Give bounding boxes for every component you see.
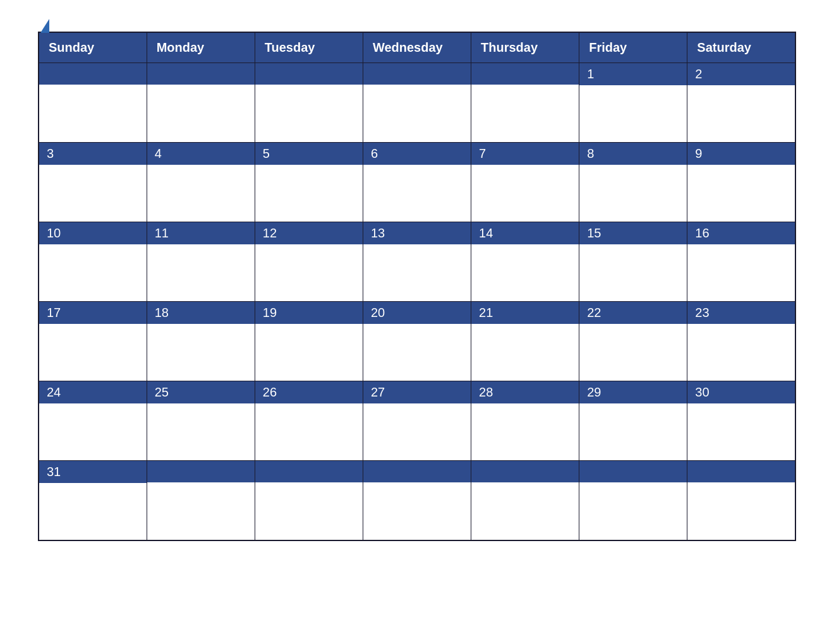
- empty-day-header: [471, 63, 579, 85]
- empty-day-header: [147, 461, 255, 482]
- day-number: 30: [687, 381, 795, 403]
- day-events-area: [579, 324, 687, 381]
- day-events-area: [39, 324, 147, 381]
- day-number: 7: [471, 143, 579, 165]
- calendar-week-row: 3456789: [39, 143, 795, 222]
- calendar-table: SundayMondayTuesdayWednesdayThursdayFrid…: [38, 32, 796, 541]
- day-events-area: [687, 85, 795, 142]
- day-number: 13: [363, 222, 471, 244]
- day-events-area: [363, 244, 471, 301]
- day-events-area: [579, 85, 687, 142]
- empty-day-header: [363, 63, 471, 85]
- empty-day-header: [363, 461, 471, 482]
- empty-day-content: [39, 85, 147, 141]
- day-number: 25: [147, 381, 255, 403]
- calendar-day-header: Friday: [579, 32, 687, 63]
- calendar-week-row: 31: [39, 461, 795, 541]
- empty-day-content: [255, 85, 363, 141]
- calendar-day-cell: 15: [579, 222, 687, 302]
- day-events-area: [471, 165, 579, 222]
- empty-day-header: [471, 461, 579, 482]
- day-number: 19: [255, 302, 363, 324]
- day-events-area: [363, 165, 471, 222]
- empty-day-content: [471, 482, 579, 539]
- day-events-area: [687, 324, 795, 381]
- calendar-day-cell: [147, 461, 255, 541]
- calendar-day-cell: 13: [363, 222, 471, 302]
- calendar-week-row: 24252627282930: [39, 381, 795, 461]
- calendar-day-header: Tuesday: [255, 32, 363, 63]
- calendar-day-cell: 6: [363, 143, 471, 222]
- calendar-day-header: Monday: [147, 32, 255, 63]
- day-number: 27: [363, 381, 471, 403]
- day-events-area: [39, 403, 147, 460]
- calendar-day-cell: 18: [147, 302, 255, 381]
- logo: [38, 19, 49, 33]
- day-number: 2: [687, 63, 795, 85]
- empty-day-content: [363, 85, 471, 141]
- day-events-area: [147, 324, 255, 381]
- empty-day-content: [471, 85, 579, 141]
- day-number: 11: [147, 222, 255, 244]
- calendar-day-cell: 22: [579, 302, 687, 381]
- empty-day-header: [147, 63, 255, 85]
- day-number: 5: [255, 143, 363, 165]
- logo-triangle-icon: [40, 19, 49, 33]
- empty-day-header: [579, 461, 687, 482]
- calendar-day-cell: 2: [687, 63, 795, 143]
- day-number: 15: [579, 222, 687, 244]
- calendar-day-cell: 24: [39, 381, 147, 461]
- calendar-day-cell: 25: [147, 381, 255, 461]
- calendar-day-header: Sunday: [39, 32, 147, 63]
- calendar-day-cell: 21: [471, 302, 579, 381]
- day-number: 23: [687, 302, 795, 324]
- day-events-area: [39, 244, 147, 301]
- day-number: 21: [471, 302, 579, 324]
- empty-day-content: [255, 482, 363, 539]
- day-events-area: [147, 165, 255, 222]
- day-number: 18: [147, 302, 255, 324]
- empty-day-content: [147, 482, 255, 539]
- calendar-day-cell: 23: [687, 302, 795, 381]
- calendar-day-cell: 11: [147, 222, 255, 302]
- calendar-day-cell: 30: [687, 381, 795, 461]
- day-events-area: [579, 403, 687, 460]
- day-number: 28: [471, 381, 579, 403]
- day-events-area: [687, 244, 795, 301]
- day-events-area: [147, 244, 255, 301]
- day-events-area: [363, 324, 471, 381]
- calendar-day-cell: 10: [39, 222, 147, 302]
- calendar-day-header: Saturday: [687, 32, 795, 63]
- day-events-area: [255, 165, 363, 222]
- calendar-day-cell: 29: [579, 381, 687, 461]
- calendar-day-cell: 26: [255, 381, 363, 461]
- calendar-day-cell: 14: [471, 222, 579, 302]
- day-events-area: [39, 483, 147, 540]
- day-number: 16: [687, 222, 795, 244]
- day-events-area: [471, 403, 579, 460]
- calendar-day-cell: 4: [147, 143, 255, 222]
- day-events-area: [687, 403, 795, 460]
- day-events-area: [579, 165, 687, 222]
- day-number: 10: [39, 222, 147, 244]
- empty-day-content: [687, 482, 795, 539]
- calendar-day-cell: 27: [363, 381, 471, 461]
- day-number: 4: [147, 143, 255, 165]
- day-events-area: [363, 403, 471, 460]
- calendar-day-cell: [255, 461, 363, 541]
- calendar-week-row: 12: [39, 63, 795, 143]
- day-number: 14: [471, 222, 579, 244]
- empty-day-header: [687, 461, 795, 482]
- calendar-week-row: 17181920212223: [39, 302, 795, 381]
- calendar-day-cell: 3: [39, 143, 147, 222]
- day-events-area: [687, 165, 795, 222]
- calendar-day-cell: 20: [363, 302, 471, 381]
- day-events-area: [147, 403, 255, 460]
- calendar-day-cell: [687, 461, 795, 541]
- calendar-day-cell: [147, 63, 255, 143]
- day-number: 9: [687, 143, 795, 165]
- day-events-area: [255, 403, 363, 460]
- calendar-day-cell: 31: [39, 461, 147, 541]
- calendar-day-cell: 17: [39, 302, 147, 381]
- calendar-day-cell: 8: [579, 143, 687, 222]
